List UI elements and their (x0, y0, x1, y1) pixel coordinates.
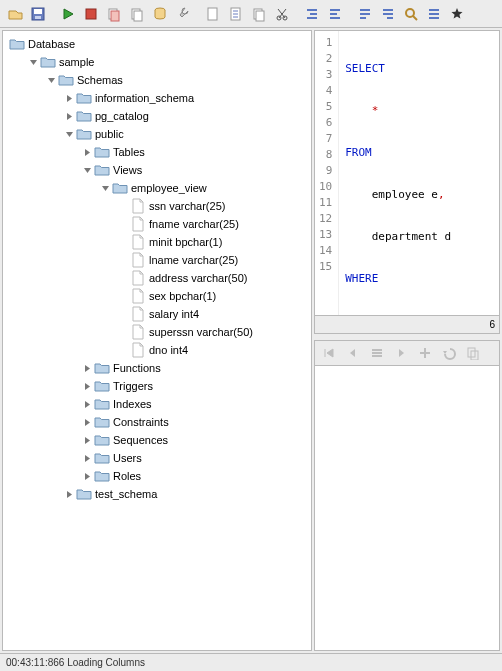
copy-red-icon[interactable] (103, 3, 125, 25)
chevron-down-icon[interactable] (45, 74, 57, 86)
svg-rect-7 (134, 11, 142, 21)
line-gutter: 123456789101112131415 (315, 31, 339, 315)
svg-rect-3 (86, 9, 96, 19)
tree-view-employee-view[interactable]: employee_view (95, 179, 309, 197)
open-icon[interactable] (4, 3, 26, 25)
tree-schema-pg-catalog[interactable]: pg_catalog (59, 107, 309, 125)
file-icon (130, 234, 146, 250)
tree-users[interactable]: Users (77, 449, 309, 467)
folder-icon (94, 144, 110, 160)
tree-constraints[interactable]: Constraints (77, 413, 309, 431)
chevron-right-icon[interactable] (81, 416, 93, 428)
database-tree-panel: Database sample (2, 30, 312, 651)
file-icon (130, 270, 146, 286)
tree-root[interactable]: Database (5, 35, 309, 53)
file-icon (130, 252, 146, 268)
chevron-right-icon[interactable] (81, 380, 93, 392)
results-toolbar (314, 340, 500, 366)
doc-icon[interactable] (202, 3, 224, 25)
tree-schemas[interactable]: Schemas (41, 71, 309, 89)
copy-icon[interactable] (126, 3, 148, 25)
file-icon (130, 216, 146, 232)
chevron-right-icon[interactable] (63, 110, 75, 122)
indent-left-icon[interactable] (301, 3, 323, 25)
folder-icon (94, 378, 110, 394)
chevron-right-icon[interactable] (81, 452, 93, 464)
tree-schema-test-schema[interactable]: test_schema (59, 485, 309, 503)
undo-icon[interactable] (439, 343, 459, 363)
stop-icon[interactable] (80, 3, 102, 25)
save-icon[interactable] (27, 3, 49, 25)
prev-icon[interactable] (343, 343, 363, 363)
scissors-icon[interactable] (271, 3, 293, 25)
tree-column[interactable]: address varchar(50) (113, 269, 309, 287)
folder-icon (76, 126, 92, 142)
tree-column[interactable]: minit bpchar(1) (113, 233, 309, 251)
chevron-right-icon[interactable] (63, 92, 75, 104)
tree-schema-public[interactable]: public (59, 125, 309, 143)
tree-db-sample[interactable]: sample (23, 53, 309, 71)
chevron-down-icon[interactable] (63, 128, 75, 140)
folder-icon (94, 432, 110, 448)
chevron-right-icon[interactable] (81, 470, 93, 482)
next-icon[interactable] (391, 343, 411, 363)
folder-icon (58, 72, 74, 88)
align-right-icon[interactable] (377, 3, 399, 25)
sql-editor[interactable]: 123456789101112131415 SELECT * FROM empl… (314, 30, 500, 316)
chevron-right-icon[interactable] (81, 434, 93, 446)
indent-lines-icon[interactable] (324, 3, 346, 25)
tree-column[interactable]: fname varchar(25) (113, 215, 309, 233)
folder-icon (94, 414, 110, 430)
file-icon (130, 324, 146, 340)
lines-icon[interactable] (367, 343, 387, 363)
svg-line-33 (413, 16, 417, 20)
tree-column[interactable]: sex bpchar(1) (113, 287, 309, 305)
code-area[interactable]: SELECT * FROM employee e, department d W… (339, 31, 499, 315)
file-icon (130, 306, 146, 322)
results-grid[interactable] (314, 366, 500, 651)
cylinder-icon[interactable] (149, 3, 171, 25)
chevron-down-icon[interactable] (27, 56, 39, 68)
editor-hscroll[interactable]: 6 (314, 316, 500, 334)
doc-lines-icon[interactable] (225, 3, 247, 25)
tree-column[interactable]: superssn varchar(50) (113, 323, 309, 341)
folder-icon (112, 180, 128, 196)
chevron-right-icon[interactable] (81, 146, 93, 158)
find-icon[interactable] (400, 3, 422, 25)
first-icon[interactable] (319, 343, 339, 363)
tree-functions[interactable]: Functions (77, 359, 309, 377)
tree-tables[interactable]: Tables (77, 143, 309, 161)
chevron-down-icon[interactable] (81, 164, 93, 176)
folder-icon (94, 396, 110, 412)
star-icon[interactable] (446, 3, 468, 25)
tree-column[interactable]: dno int4 (113, 341, 309, 359)
chevron-right-icon[interactable] (63, 488, 75, 500)
tree-triggers[interactable]: Triggers (77, 377, 309, 395)
add-icon[interactable] (415, 343, 435, 363)
tree-sequences[interactable]: Sequences (77, 431, 309, 449)
tree-column[interactable]: salary int4 (113, 305, 309, 323)
run-icon[interactable] (57, 3, 79, 25)
tree-column[interactable]: lname varchar(25) (113, 251, 309, 269)
folder-icon (76, 486, 92, 502)
align-left-icon[interactable] (354, 3, 376, 25)
lines-icon[interactable] (423, 3, 445, 25)
copy-icon[interactable] (463, 343, 483, 363)
chevron-right-icon[interactable] (81, 398, 93, 410)
chevron-down-icon[interactable] (99, 182, 111, 194)
wrench-icon[interactable] (172, 3, 194, 25)
editor-panel: 123456789101112131415 SELECT * FROM empl… (314, 30, 500, 651)
tree-column[interactable]: ssn varchar(25) (113, 197, 309, 215)
folder-icon (76, 90, 92, 106)
status-bar: 00:43:11:866 Loading Columns (0, 653, 502, 671)
copy2-icon[interactable] (248, 3, 270, 25)
svg-rect-2 (35, 16, 41, 19)
tree-views[interactable]: Views (77, 161, 309, 179)
tree-roles[interactable]: Roles (77, 467, 309, 485)
chevron-right-icon[interactable] (81, 362, 93, 374)
tree-indexes[interactable]: Indexes (77, 395, 309, 413)
tree-schema-information-schema[interactable]: information_schema (59, 89, 309, 107)
file-icon (130, 288, 146, 304)
svg-rect-1 (34, 9, 42, 14)
file-icon (130, 198, 146, 214)
